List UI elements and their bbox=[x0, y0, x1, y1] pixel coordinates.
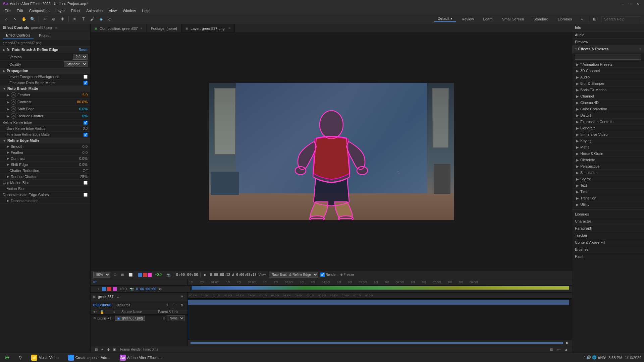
taskbar-create-post[interactable]: 🌐 Create a post - Ado... bbox=[66, 354, 112, 361]
effect-chevron[interactable]: ▶ bbox=[3, 48, 5, 52]
category-time[interactable]: ▶ Time bbox=[572, 189, 644, 195]
category-perspective[interactable]: ▶ Perspective bbox=[572, 163, 644, 170]
use-motion-blur-checkbox[interactable] bbox=[84, 181, 88, 185]
text-btn[interactable]: T bbox=[80, 15, 87, 23]
category-expression[interactable]: ▶ Expression Controls bbox=[572, 119, 644, 125]
decontaminate-checkbox[interactable] bbox=[84, 193, 88, 197]
category-animation[interactable]: ▶ * Animation Presets bbox=[572, 61, 644, 68]
category-distort[interactable]: ▶ Distort bbox=[572, 112, 644, 119]
preview-panel-header[interactable]: Preview bbox=[572, 39, 644, 46]
reduce-chatter-value[interactable]: 0% bbox=[67, 114, 88, 118]
minimize-btn[interactable]: ─ bbox=[619, 2, 626, 6]
zoom-select[interactable]: 50% bbox=[93, 272, 110, 278]
shift-edge2-value[interactable]: 0.0% bbox=[67, 163, 88, 167]
menu-window[interactable]: Window bbox=[120, 8, 139, 13]
menu-effect[interactable]: Effect bbox=[68, 8, 83, 13]
refine-edge-checkbox[interactable] bbox=[84, 121, 88, 125]
category-cinema4d[interactable]: ▶ Cinema 4D bbox=[572, 100, 644, 106]
feather2-chevron[interactable]: ▶ bbox=[3, 150, 9, 154]
reduce-chatter-chevron[interactable]: ▶ bbox=[3, 114, 9, 118]
shift-edge-value[interactable]: 0.0% bbox=[67, 107, 88, 111]
parent-select[interactable]: None bbox=[167, 315, 185, 321]
panels-btn[interactable]: ⊞ bbox=[591, 15, 598, 23]
tl-add-btn[interactable]: + bbox=[165, 302, 171, 308]
shift-edge-chevron[interactable]: ▶ bbox=[3, 107, 9, 111]
chatter-reduction-value[interactable]: Off bbox=[67, 169, 88, 173]
zoom-btn[interactable]: 🔍 bbox=[29, 15, 36, 23]
taskbar-ae[interactable]: Ae Adobe After Effects... bbox=[118, 354, 164, 361]
pb-pink-btn[interactable] bbox=[113, 287, 117, 291]
menu-edit[interactable]: Edit bbox=[14, 8, 26, 13]
reset-btn[interactable]: Reset bbox=[79, 48, 88, 52]
brush-btn[interactable]: 🖌 bbox=[89, 15, 96, 23]
lock-icon[interactable]: ◻ bbox=[97, 317, 100, 320]
freeze-btn[interactable]: ❄ Freeze bbox=[339, 273, 356, 277]
footage-tab[interactable]: Footage: (none) bbox=[147, 24, 181, 33]
layer-name[interactable]: ▣ green837.png bbox=[115, 316, 145, 321]
render-checkbox[interactable] bbox=[320, 273, 325, 277]
effects-search-input[interactable] bbox=[575, 54, 641, 60]
feather-chevron[interactable]: ▶ bbox=[3, 93, 9, 97]
contrast-chevron[interactable]: ▶ bbox=[3, 100, 9, 104]
feather-value[interactable]: 5.0 bbox=[67, 93, 88, 97]
move-btn[interactable]: ⊕ bbox=[50, 15, 57, 23]
project-tab-btn[interactable]: Project bbox=[36, 32, 54, 39]
category-noise[interactable]: ▶ Noise & Grain bbox=[572, 150, 644, 157]
quality-select[interactable]: Standard bbox=[64, 61, 88, 67]
maximize-btn[interactable]: □ bbox=[627, 2, 633, 6]
contrast2-value[interactable]: 0.0% bbox=[67, 157, 88, 161]
menu-view[interactable]: View bbox=[106, 8, 119, 13]
workspace-libraries[interactable]: Libraries bbox=[554, 16, 575, 22]
fit-btn[interactable]: ⊡ bbox=[112, 273, 118, 277]
taskbar-music-video[interactable]: 📁 Music Video bbox=[29, 354, 61, 361]
effect-icon[interactable]: ★ bbox=[107, 317, 110, 320]
category-3d-channel[interactable]: ▶ 3D Channel bbox=[572, 68, 644, 74]
propagation-section[interactable]: ▶ Propagation bbox=[0, 68, 90, 74]
reduce-chatter2-value[interactable]: 25% bbox=[67, 175, 88, 179]
effects-presets-header[interactable]: ≡ Effects & Presets ≡ bbox=[572, 46, 644, 53]
workspace-learn[interactable]: Learn bbox=[480, 16, 496, 22]
composition-tab[interactable]: ▣ Composition: green837 ✕ bbox=[91, 24, 147, 33]
workspace-standard[interactable]: Standard bbox=[530, 16, 552, 22]
comp-arrow[interactable]: ▶ bbox=[93, 295, 96, 299]
layer-track-bar[interactable] bbox=[188, 300, 569, 305]
close-btn[interactable]: ✕ bbox=[634, 2, 641, 6]
motion-icon[interactable]: ▣ bbox=[103, 317, 106, 320]
start-btn[interactable]: ⊕ bbox=[3, 354, 11, 361]
effect-controls-tab[interactable]: Effect Controls bbox=[3, 25, 29, 29]
category-color-correction[interactable]: ▶ Color Correction bbox=[572, 106, 644, 112]
pen-btn[interactable]: ✒ bbox=[71, 15, 78, 23]
comp-tab-close[interactable]: ✕ bbox=[140, 27, 143, 30]
home-btn[interactable]: ⌂ bbox=[3, 15, 10, 23]
pb-cam-btn[interactable]: 📷 bbox=[128, 287, 135, 291]
contrast-value[interactable]: 80.0% bbox=[67, 100, 88, 104]
tl-expand-btn[interactable]: ⊕ bbox=[179, 302, 185, 308]
category-immersive[interactable]: ▶ Immersive Video bbox=[572, 131, 644, 138]
eye-icon[interactable]: 👁 bbox=[93, 316, 97, 320]
tl-minus-btn[interactable]: − bbox=[172, 302, 178, 308]
contrast-stopwatch[interactable]: ◷ bbox=[11, 99, 16, 105]
reduce-chatter2-chevron[interactable]: ▶ bbox=[3, 175, 9, 178]
category-text[interactable]: ▶ Text bbox=[572, 182, 644, 189]
pb-blue-btn[interactable] bbox=[102, 287, 106, 291]
more-workspaces-btn[interactable]: » bbox=[578, 15, 585, 23]
audio-panel-header[interactable]: Audio bbox=[572, 32, 644, 39]
fine-tune-refine-checkbox[interactable] bbox=[84, 133, 88, 137]
pb-red-btn[interactable] bbox=[107, 287, 111, 291]
ep-menu-btn[interactable]: ≡ bbox=[639, 47, 641, 51]
smooth-chevron[interactable]: ▶ bbox=[3, 144, 9, 148]
category-keying[interactable]: ▶ Keying bbox=[572, 138, 644, 144]
menu-help[interactable]: Help bbox=[139, 8, 152, 13]
feather-stopwatch[interactable]: ◷ bbox=[11, 92, 16, 98]
brushes-panel[interactable]: Brushes bbox=[572, 246, 644, 253]
pb-nav-btn[interactable]: ⊙ bbox=[158, 287, 163, 291]
category-boris[interactable]: ▶ Boris FX Mocha bbox=[572, 87, 644, 93]
rotate-btn[interactable]: ↩ bbox=[41, 15, 49, 23]
category-audio[interactable]: ▶ Audio bbox=[572, 74, 644, 80]
category-obsolete[interactable]: ▶ Obsolete bbox=[572, 157, 644, 163]
search-help-input[interactable] bbox=[601, 16, 641, 22]
tl-right-btn[interactable]: ▶ bbox=[565, 340, 571, 346]
view-mode-select[interactable]: Roto Brush & Refine Edge bbox=[269, 272, 318, 278]
camera-btn[interactable]: 📷 bbox=[165, 273, 172, 277]
overlay-btn[interactable]: ⬜ bbox=[127, 273, 134, 277]
